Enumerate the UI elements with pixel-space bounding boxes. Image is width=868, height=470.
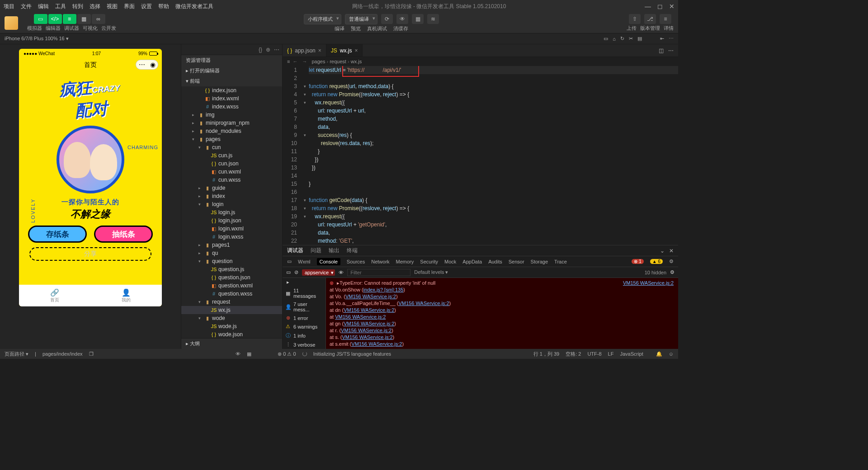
devtools-tab[interactable]: Network: [371, 259, 389, 264]
console-filter-row[interactable]: ▦11 messages: [283, 287, 326, 300]
tree-item[interactable]: ◧login.wxml: [181, 225, 282, 233]
stack-link[interactable]: VM156 WAService.js:2: [342, 334, 393, 340]
eye-icon[interactable]: 👁: [339, 270, 344, 275]
problems-status[interactable]: ⊗ 0 ⚠ 0: [278, 351, 296, 357]
context-dropdown[interactable]: appservice: [302, 269, 335, 276]
tree-item[interactable]: { }question.json: [181, 273, 282, 282]
settings-icon[interactable]: ⚙: [670, 269, 675, 275]
editor-tab[interactable]: JSwx.js×: [326, 44, 363, 56]
menu-微信开发者工具[interactable]: 微信开发者工具: [175, 3, 213, 10]
tree-item[interactable]: JSwode.js: [181, 322, 282, 330]
tree-item[interactable]: #question.wxss: [181, 290, 282, 298]
status-item[interactable]: 空格: 2: [566, 351, 581, 357]
cloud-toggle[interactable]: ∞: [92, 14, 105, 24]
stack-link[interactable]: VM156 WAService.js:2: [341, 328, 392, 333]
close-tab-icon[interactable]: ×: [318, 47, 321, 54]
stack-link[interactable]: VM156 WAService.js:2: [351, 341, 402, 347]
console-filter-row[interactable]: ⚠6 warnings: [283, 322, 326, 331]
device-more-icon[interactable]: ▤: [637, 36, 642, 42]
simulator-toggle[interactable]: ▭: [34, 14, 47, 24]
tree-item[interactable]: ▾▮wode: [181, 314, 282, 322]
mode-dropdown[interactable]: 小程序模式: [304, 14, 341, 24]
debugger-toggle[interactable]: ≡: [63, 14, 76, 24]
upload-button[interactable]: ⇧: [629, 14, 641, 24]
devtools-tab[interactable]: Security: [420, 259, 438, 264]
editor-tab[interactable]: { }app.json×: [283, 44, 326, 56]
page-path-dropdown[interactable]: 页面路径 ▾: [5, 351, 28, 357]
phone-tab[interactable]: 👤我的: [90, 285, 162, 306]
devtools-tab[interactable]: Wxml: [298, 259, 311, 264]
tree-item[interactable]: JSquestion.js: [181, 265, 282, 273]
stack-link[interactable]: VM156 WAService.js:2: [363, 348, 414, 349]
outline-section[interactable]: ▸ 大纲: [181, 338, 282, 349]
console-filter-row[interactable]: ⊗1 error: [283, 314, 326, 322]
tree-item[interactable]: { }index.json: [181, 86, 282, 94]
compile-button[interactable]: ⟳: [381, 14, 393, 24]
breadcrumb-item[interactable]: pages: [311, 59, 325, 64]
devtools-tab[interactable]: Memory: [396, 259, 414, 264]
tree-item[interactable]: #login.wxss: [181, 233, 282, 241]
draw-note-button[interactable]: 抽纸条: [94, 226, 153, 243]
nav-fwd-icon[interactable]: →: [302, 59, 307, 64]
device-home-icon[interactable]: ⌂: [613, 36, 616, 42]
version-button[interactable]: ⎇: [644, 14, 656, 24]
filter-input[interactable]: [347, 269, 410, 276]
capsule-button[interactable]: ⋯◉: [136, 60, 158, 70]
explorer-collapse-icon[interactable]: ⇤: [660, 36, 664, 42]
devtools-tab[interactable]: Audits: [488, 259, 502, 264]
menu-设置[interactable]: 设置: [141, 3, 152, 10]
tree-item[interactable]: { }login.json: [181, 216, 282, 225]
panel-tab[interactable]: 终端: [347, 247, 358, 254]
menu-界面[interactable]: 界面: [124, 3, 135, 10]
device-cut-icon[interactable]: ✂: [629, 36, 633, 42]
project-avatar[interactable]: [5, 16, 18, 30]
tree-item[interactable]: #index.wxss: [181, 103, 282, 111]
console-clear-icon[interactable]: ⊘: [294, 269, 298, 275]
stack-link[interactable]: VM156 WAService.js:2: [345, 294, 396, 299]
stack-link[interactable]: index.js? [sm]:135: [363, 287, 404, 292]
bell-icon[interactable]: 🔔: [656, 351, 662, 357]
close-button[interactable]: ✕: [669, 3, 675, 10]
compile-dropdown[interactable]: 普通编译: [345, 14, 377, 24]
menu-转到[interactable]: 转到: [72, 3, 83, 10]
explorer-search-icon[interactable]: {}: [259, 47, 262, 53]
hidden-count[interactable]: 10 hidden: [645, 270, 666, 275]
status-item[interactable]: LF: [608, 351, 614, 357]
panel-close-icon[interactable]: ✕: [669, 248, 674, 254]
tree-item[interactable]: ▾▮pages: [181, 135, 282, 143]
menu-文件[interactable]: 文件: [21, 3, 32, 10]
tree-item[interactable]: JScun.js: [181, 151, 282, 160]
details-button[interactable]: ≡: [660, 14, 671, 24]
explorer-menu-icon[interactable]: ⋯: [274, 47, 279, 53]
remote-debug-button[interactable]: ▦: [412, 14, 424, 24]
grid-status-icon[interactable]: ▦: [247, 351, 251, 357]
tree-item[interactable]: JSlogin.js: [181, 208, 282, 216]
breadcrumb-item[interactable]: wx.js: [351, 59, 362, 64]
phone-preview[interactable]: ●●●●● WeChat 1:07 99% 首页 ⋯◉ 疯狂CRAZY配对 CH…: [19, 49, 162, 306]
close-tab-icon[interactable]: ×: [354, 47, 358, 54]
device-selector[interactable]: iPhone 6/7/8 Plus 100% 16 ▾: [5, 36, 69, 42]
panel-tab[interactable]: 问题: [311, 247, 321, 254]
menu-工具[interactable]: 工具: [55, 3, 66, 10]
tree-item[interactable]: #cun.wxss: [181, 176, 282, 184]
console-filter-row[interactable]: ⋮3 verbose: [283, 340, 326, 349]
menu-视图[interactable]: 视图: [107, 3, 118, 10]
tree-item[interactable]: ▸▮guide: [181, 184, 282, 192]
devtools-settings-icon[interactable]: ⚙: [669, 258, 674, 264]
tree-item[interactable]: ▸▮qu: [181, 249, 282, 257]
console-side-expand[interactable]: ▸: [283, 278, 326, 287]
tree-item[interactable]: ▾▮question: [181, 257, 282, 265]
console-filter-row[interactable]: ⓘ1 info: [283, 331, 326, 340]
menu-项目[interactable]: 项目: [4, 3, 14, 10]
editor-more-icon[interactable]: ⋯: [668, 47, 674, 54]
split-editor-icon[interactable]: ◫: [659, 47, 664, 54]
tree-item[interactable]: { }cun.json: [181, 160, 282, 168]
devtools-tab[interactable]: Storage: [531, 259, 548, 264]
tree-item[interactable]: ▾▮login: [181, 200, 282, 208]
menu-选择[interactable]: 选择: [90, 3, 100, 10]
panel-tab[interactable]: 调试器: [287, 247, 303, 254]
list-icon[interactable]: ≡: [287, 59, 290, 64]
nav-back-icon[interactable]: ←: [292, 59, 297, 64]
tree-item[interactable]: ◧question.wxml: [181, 282, 282, 290]
status-item[interactable]: JavaScript: [620, 351, 643, 357]
